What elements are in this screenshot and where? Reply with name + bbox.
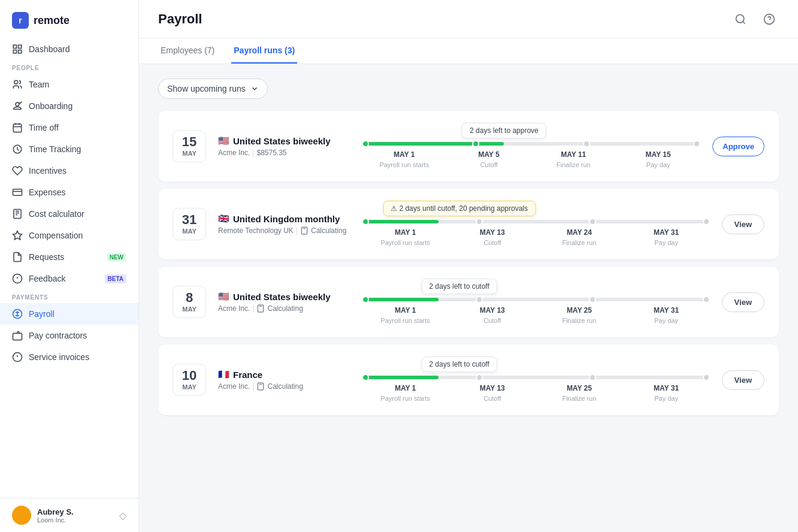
view-button[interactable]: View [722, 214, 764, 234]
svg-rect-0 [13, 45, 16, 48]
sidebar-item-feedback[interactable]: Feedback BETA [0, 268, 138, 289]
run-action: View [722, 370, 764, 390]
sidebar-item-compensation[interactable]: Compensation [0, 225, 138, 246]
milestone-date: MAY 15 [616, 150, 700, 159]
run-name: United States biweekly [233, 292, 331, 302]
sidebar-item-dashboard[interactable]: Dashboard [0, 38, 138, 60]
company-name: Acme Inc. [218, 304, 250, 313]
svg-rect-28 [301, 227, 307, 234]
dot-4 [703, 374, 710, 381]
timeline-labels: MAY 1 Payroll run starts MAY 13 Cutoff M… [362, 384, 710, 403]
sidebar-item-requests[interactable]: Requests NEW [0, 246, 138, 268]
timeline-label-1: MAY 1 Payroll run starts [362, 384, 449, 403]
search-button[interactable] [731, 10, 750, 29]
milestone-date: MAY 1 [362, 150, 446, 159]
sidebar-item-cost-calculator[interactable]: Cost calculator [0, 203, 138, 225]
timeline-section: 2 days left to cutoff MAY 1 Payroll run … [362, 356, 710, 403]
svg-point-5 [16, 102, 19, 106]
view-button[interactable]: View [722, 370, 764, 390]
run-info: 🇺🇸 United States biweekly Acme Inc. | $8… [218, 135, 350, 157]
dashboard-icon [12, 44, 23, 55]
timeline-label-3: MAY 25 Finalize run [536, 306, 622, 325]
dot-2 [476, 296, 483, 303]
run-card: 31 MAY 🇬🇧 United Kingdom monthly Remote … [158, 189, 779, 259]
dot-3 [589, 296, 596, 303]
user-company: Loom Inc. [37, 516, 113, 524]
date-month: MAY [176, 383, 203, 391]
calculator-icon [300, 226, 309, 235]
dot-1 [362, 140, 369, 147]
svg-rect-6 [13, 124, 22, 132]
sidebar-item-expenses[interactable]: Expenses [0, 182, 138, 203]
calculating-badge: Calculating [300, 226, 346, 235]
timeline-label-1: MAY 1 Payroll run starts [362, 150, 446, 170]
milestone-date: MAY 13 [449, 228, 536, 237]
timeline-label-3: MAY 11 Finalize run [531, 150, 616, 170]
date-day: 15 [176, 135, 203, 149]
tab-payroll-runs[interactable]: Payroll runs (3) [231, 38, 297, 64]
timeline-label-4: MAY 31 Pay day [622, 384, 709, 403]
run-meta: Acme Inc. | $8575.35 [218, 149, 350, 157]
date-day: 31 [176, 213, 203, 226]
sidebar-item-time-tracking[interactable]: Time Tracking [0, 138, 138, 160]
milestone-date: MAY 31 [622, 306, 709, 315]
timeline-section: 2 days left to cutoff MAY 1 Payroll run … [362, 279, 710, 325]
sidebar-item-payroll-label: Payroll [29, 309, 55, 319]
tab-employees[interactable]: Employees (7) [158, 38, 217, 64]
dot-2 [472, 140, 479, 147]
svg-point-23 [19, 511, 24, 516]
user-info: Aubrey S. Loom Inc. [37, 507, 113, 524]
sidebar-item-time-off[interactable]: Time off [0, 117, 138, 138]
sidebar-item-expenses-label: Expenses [29, 188, 65, 197]
milestone-date: MAY 25 [536, 384, 622, 392]
svg-point-4 [14, 80, 18, 84]
timeline-label-2: MAY 13 Cutoff [449, 228, 536, 247]
sidebar-item-time-off-label: Time off [29, 123, 59, 132]
dot-3 [589, 218, 596, 225]
milestone-name: Finalize run [562, 317, 596, 324]
timeline-track [362, 376, 710, 379]
milestone-name: Cutoff [483, 317, 501, 324]
svg-marker-17 [13, 231, 22, 240]
user-profile[interactable]: Aubrey S. Loom Inc. ◇ [0, 498, 138, 532]
timeline-dots [362, 140, 700, 147]
run-title: 🇺🇸 United States biweekly [218, 135, 350, 146]
diamond-icon: ◇ [119, 510, 126, 521]
approve-button[interactable]: Approve [712, 137, 764, 156]
country-flag: 🇬🇧 [218, 213, 229, 224]
sidebar-item-service-invoices[interactable]: Service invoices [0, 346, 138, 368]
dot-4 [703, 296, 710, 303]
timeline-label-2: MAY 13 Cutoff [449, 384, 536, 403]
date-month: MAY [176, 228, 203, 235]
company-name: Remote Technology UK [218, 226, 294, 235]
sidebar-item-pay-contractors[interactable]: Pay contractors [0, 325, 138, 346]
logo[interactable]: r remote [0, 0, 138, 38]
run-name: United States biweekly [233, 136, 331, 146]
sidebar-item-compensation-label: Compensation [29, 231, 83, 240]
milestone-name: Payroll run starts [379, 161, 429, 168]
company-name: Acme Inc. [218, 382, 250, 391]
filter-dropdown[interactable]: Show upcoming runs [158, 78, 268, 99]
dot-2 [476, 218, 483, 225]
sidebar-item-incentives[interactable]: Incentives [0, 160, 138, 182]
separator: | [296, 226, 298, 235]
pay-contractors-icon [12, 330, 23, 341]
sidebar-item-onboarding[interactable]: Onboarding [0, 95, 138, 117]
timeline-label-3: MAY 25 Finalize run [536, 384, 622, 403]
timeline-label-4: MAY 31 Pay day [622, 228, 709, 247]
help-button[interactable] [760, 10, 779, 29]
sidebar-section-payments: PAYMENTS [0, 289, 138, 303]
svg-rect-3 [19, 50, 22, 53]
view-button[interactable]: View [722, 292, 764, 312]
dot-3 [583, 140, 590, 147]
run-name: France [233, 370, 262, 380]
logo-text: remote [34, 14, 69, 27]
sidebar-item-team[interactable]: Team [0, 74, 138, 95]
date-month: MAY [176, 306, 203, 313]
svg-rect-11 [13, 189, 22, 196]
sidebar-item-payroll[interactable]: Payroll [0, 303, 138, 325]
payroll-icon [12, 309, 23, 319]
milestone-date: MAY 24 [536, 228, 622, 237]
timeline-track [362, 220, 710, 223]
milestone-date: MAY 1 [362, 384, 449, 392]
